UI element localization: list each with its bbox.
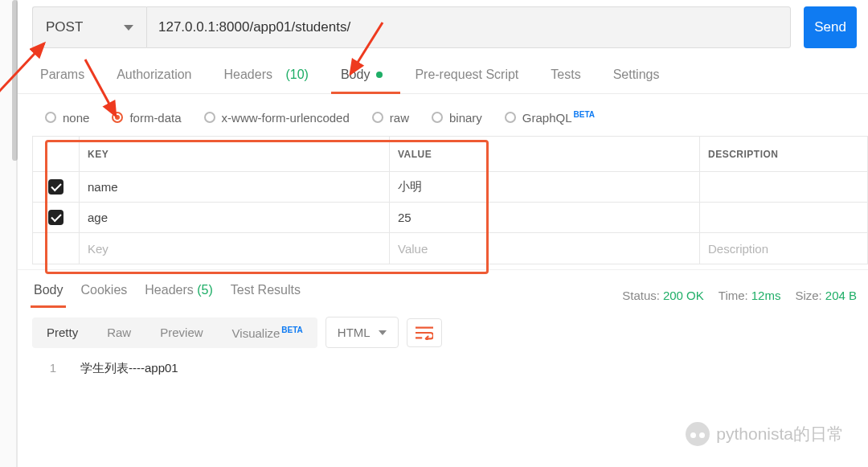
wechat-icon [686, 422, 710, 446]
desc-cell[interactable] [700, 203, 867, 232]
pretty-button[interactable]: Pretty [32, 317, 92, 348]
watermark: pythonista的日常 [686, 422, 844, 446]
radio-binary[interactable]: binary [432, 110, 482, 125]
radio-icon [505, 112, 516, 123]
desc-cell[interactable] [700, 172, 867, 202]
radio-icon [432, 112, 443, 123]
status-label: Status: [622, 289, 660, 302]
key-input[interactable]: Key [80, 233, 390, 264]
radio-none[interactable]: none [45, 110, 89, 125]
request-tabs: Params Authorization Headers (10) Body P… [18, 48, 868, 94]
tab-authorization[interactable]: Authorization [117, 68, 191, 93]
size-value: 204 B [825, 289, 857, 302]
table-row: name 小明 [33, 172, 867, 203]
wrap-icon [416, 326, 433, 340]
tab-body[interactable]: Body [341, 68, 383, 93]
tab-prerequest[interactable]: Pre-request Script [415, 68, 518, 93]
tab-tests[interactable]: Tests [551, 68, 580, 93]
value-cell[interactable]: 25 [390, 203, 700, 232]
body-type-radios: none form-data x-www-form-urlencoded raw… [18, 94, 868, 136]
time-label: Time: [719, 289, 748, 302]
raw-button[interactable]: Raw [92, 317, 145, 348]
resp-tab-body[interactable]: Body [34, 283, 63, 307]
http-method-value: POST [46, 19, 83, 35]
wrap-lines-button[interactable] [407, 318, 442, 347]
checkbox-icon[interactable] [48, 210, 63, 225]
tab-params[interactable]: Params [40, 68, 84, 93]
radio-icon [45, 112, 56, 123]
preview-button[interactable]: Preview [145, 317, 217, 348]
view-mode-segment: Pretty Raw Preview VisualizeBETA [32, 317, 317, 348]
response-body[interactable]: 1 学生列表----app01 [18, 358, 868, 379]
request-url-bar: POST 127.0.0.1:8000/app01/students/ Send [32, 6, 857, 48]
time-value: 12ms [751, 289, 781, 302]
tab-headers[interactable]: Headers (10) [224, 68, 309, 93]
line-number: 1 [32, 361, 80, 376]
radio-raw[interactable]: raw [372, 110, 409, 125]
table-row: age 25 [33, 203, 867, 233]
chevron-down-icon [124, 25, 133, 31]
dot-indicator-icon [376, 72, 383, 78]
scrollbar[interactable] [12, 0, 18, 161]
format-select[interactable]: HTML [326, 317, 399, 348]
line-text: 学生列表----app01 [80, 361, 178, 376]
status-value: 200 OK [663, 289, 704, 302]
response-toolbar: Pretty Raw Preview VisualizeBETA HTML [18, 307, 868, 358]
table-row-new: Key Value Description [33, 233, 867, 264]
url-input[interactable]: 127.0.0.1:8000/app01/students/ [146, 6, 791, 48]
table-header: KEY VALUE DESCRIPTION [33, 137, 867, 172]
form-data-table: KEY VALUE DESCRIPTION name 小明 age 25 Key… [32, 136, 868, 264]
key-cell[interactable]: name [80, 172, 390, 202]
col-value: VALUE [390, 137, 700, 171]
radio-form-data[interactable]: form-data [112, 110, 181, 125]
radio-icon [372, 112, 383, 123]
tab-settings[interactable]: Settings [613, 68, 660, 93]
http-method-select[interactable]: POST [32, 6, 146, 48]
resp-tab-headers[interactable]: Headers (5) [145, 283, 213, 307]
checkbox-icon[interactable] [48, 179, 63, 195]
value-cell[interactable]: 小明 [390, 172, 700, 202]
resp-tab-cookies[interactable]: Cookies [80, 283, 127, 307]
radio-x-www[interactable]: x-www-form-urlencoded [204, 110, 350, 125]
radio-icon [204, 112, 215, 123]
chevron-down-icon [379, 330, 387, 335]
col-key: KEY [80, 137, 390, 171]
size-label: Size: [795, 289, 821, 302]
value-input[interactable]: Value [390, 233, 700, 264]
radio-graphql[interactable]: GraphQLBETA [505, 110, 595, 125]
desc-input[interactable]: Description [700, 233, 867, 264]
response-meta: Status:200 OK Time:12ms Size:204 B [622, 289, 857, 302]
key-cell[interactable]: age [80, 203, 390, 232]
radio-icon [112, 112, 123, 123]
response-tabs: Body Cookies Headers (5) Test Results [34, 283, 301, 307]
col-description: DESCRIPTION [700, 137, 867, 171]
visualize-button[interactable]: VisualizeBETA [218, 317, 317, 348]
resp-tab-test-results[interactable]: Test Results [231, 283, 301, 307]
send-button[interactable]: Send [804, 6, 857, 48]
